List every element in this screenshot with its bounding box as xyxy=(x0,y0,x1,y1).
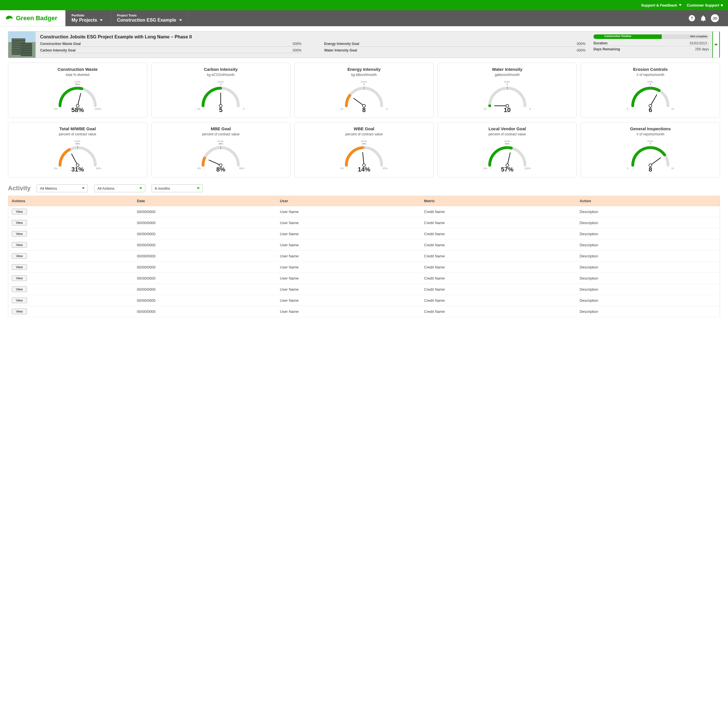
project-toggle-button[interactable] xyxy=(712,32,720,58)
gauge-min: 0% xyxy=(197,167,201,170)
view-button[interactable]: View xyxy=(12,231,27,237)
brand[interactable]: Green Badger xyxy=(0,10,65,26)
help-button[interactable]: ? xyxy=(688,15,696,22)
view-button[interactable]: View xyxy=(12,275,27,281)
navbar: Green Badger Portfolio My Projects Proje… xyxy=(0,10,728,26)
view-button[interactable]: View xyxy=(12,253,27,259)
nav-right: ? JD xyxy=(683,10,728,26)
view-button[interactable]: View xyxy=(12,242,27,248)
table-cell-action: Description xyxy=(576,239,720,251)
table-cell-action: Description xyxy=(576,217,720,229)
table-row: View 00/00/0000 User Name Credit Name De… xyxy=(8,206,720,217)
gauge-max: 30% xyxy=(383,167,388,170)
chevron-down-icon xyxy=(179,19,182,21)
table-cell-actions: View xyxy=(8,229,134,239)
table-cell-user: User Name xyxy=(276,306,421,317)
gauge-min: 0% xyxy=(54,108,58,111)
svg-line-7 xyxy=(354,98,364,106)
gauge-max: 90% xyxy=(96,167,101,170)
table-row: View 00/00/0000 User Name Credit Name De… xyxy=(8,284,720,295)
gauge-max: 100% xyxy=(525,167,531,170)
goal-row: Carbon Intensity Goal000% xyxy=(40,48,301,53)
gauge-card[interactable]: Local Vendor Goal percent of contract va… xyxy=(438,122,577,177)
view-button[interactable]: View xyxy=(12,308,27,314)
gauge-card[interactable]: Erosion Controls # of reports/month GOAL… xyxy=(581,63,720,118)
gauge-card[interactable]: Energy Intensity kg kBtu/sf/month GOAL5 … xyxy=(294,63,434,118)
gauge-subtitle: percent of contract value xyxy=(155,132,287,136)
gauge-card[interactable]: Carbon Intensity kg eCO2/sf/month GOAL5 … xyxy=(151,63,290,118)
goal-row: Water Intensity Goal000% xyxy=(324,48,585,53)
table-cell-user: User Name xyxy=(276,239,421,251)
gauge-card[interactable]: Construction Waste total % diverted GOAL… xyxy=(8,63,147,118)
table-cell-metric: Credit Name xyxy=(421,262,576,273)
gauge-title: Construction Waste xyxy=(11,67,144,72)
gauge-goal: GOAL5 xyxy=(218,81,224,86)
table-row: View 00/00/0000 User Name Credit Name De… xyxy=(8,295,720,306)
view-button[interactable]: View xyxy=(12,286,27,292)
gauge-card[interactable]: WBE Goal percent of contract value GOAL1… xyxy=(294,122,434,177)
gauge-card[interactable]: Total M/WBE Goal percent of contract val… xyxy=(8,122,147,177)
table-cell-action: Description xyxy=(576,273,720,284)
filter-range-select[interactable]: 6 months xyxy=(152,184,203,192)
table-cell-date: 00/00/0000 xyxy=(134,206,277,217)
gauge-title: Total M/WBE Goal xyxy=(11,126,144,131)
gauge-card[interactable]: MBE Goal percent of contract value GOAL3… xyxy=(151,122,290,177)
gauge-goal: GOAL50% xyxy=(75,81,81,86)
gauge-goal: GOAL5 xyxy=(504,81,510,86)
customer-support-link[interactable]: Customer Support xyxy=(687,3,723,7)
portfolio-big-label: My Projects xyxy=(72,18,97,23)
table-cell-user: User Name xyxy=(276,295,421,306)
goal-value: 000% xyxy=(577,48,585,53)
gauge-value: 57% xyxy=(501,166,514,173)
activity-table: ActionsDateUserMetricAction View 00/00/0… xyxy=(8,196,720,317)
project-tools-dropdown[interactable]: Project Tools Construction ESG Example xyxy=(111,10,189,26)
view-button[interactable]: View xyxy=(12,220,27,226)
table-row: View 00/00/0000 User Name Credit Name De… xyxy=(8,251,720,262)
goal-value: 256 days xyxy=(695,47,709,51)
gauge-max: 10 xyxy=(671,108,674,111)
goal-label: Carbon Intensity Goal xyxy=(40,48,76,52)
topbar: Support & Feedback Customer Support xyxy=(0,0,728,10)
gauge-title: Local Vendor Goal xyxy=(441,126,574,131)
table-cell-date: 00/00/0000 xyxy=(134,295,277,306)
gauge-goal: GOAL5 xyxy=(647,140,653,145)
goal-value: 000% xyxy=(293,48,301,52)
gauge-title: Energy Intensity xyxy=(298,67,430,72)
goal-label: Days Remaining xyxy=(594,47,620,51)
gauge-value: 8 xyxy=(362,106,366,114)
table-row: View 00/00/0000 User Name Credit Name De… xyxy=(8,273,720,284)
project-info: Construction Jobsite ESG Project Example… xyxy=(35,32,590,58)
gauge-title: Carbon Intensity xyxy=(155,67,287,72)
gauge-value: 14% xyxy=(358,166,370,173)
goal-row: Duration01/01/2013 - xyxy=(594,41,709,46)
gauge-title: Water Intensity xyxy=(441,67,574,72)
goal-row: Energy Intensity Goal000% xyxy=(324,42,585,47)
gauge-goal: GOAL5 xyxy=(647,81,653,86)
gauge-min: 0% xyxy=(484,167,488,170)
gauge-card[interactable]: General Inspections # of reports/month G… xyxy=(581,122,720,177)
notifications-button[interactable] xyxy=(700,15,707,22)
filter-metrics-select[interactable]: All Metrics xyxy=(37,184,88,192)
goal-row: Construction Waste Goal000% xyxy=(40,42,301,47)
timeline-bar: Construction Timeline 59% complete xyxy=(594,34,709,39)
view-button[interactable]: View xyxy=(12,209,27,214)
filter-actions-select[interactable]: All Actions xyxy=(94,184,145,192)
user-avatar[interactable]: JD xyxy=(711,14,719,22)
gauge-goal: GOAL5 xyxy=(361,81,367,86)
brand-label: Green Badger xyxy=(16,15,57,22)
gauge-title: MBE Goal xyxy=(155,126,287,131)
table-header-cell: Action xyxy=(576,196,720,206)
gauge-subtitle: total % diverted xyxy=(11,73,144,77)
view-button[interactable]: View xyxy=(12,298,27,303)
support-feedback-menu[interactable]: Support & Feedback xyxy=(641,3,681,7)
table-cell-metric: Credit Name xyxy=(421,206,576,217)
help-icon: ? xyxy=(689,15,695,21)
goal-value: 000% xyxy=(577,42,585,46)
gauge-card[interactable]: Water Intensity gallons/sf/month GOAL5 1… xyxy=(438,63,577,118)
gauge-min: 0% xyxy=(54,167,58,170)
goal-label: Energy Intensity Goal xyxy=(324,42,359,46)
view-button[interactable]: View xyxy=(12,264,27,270)
gauge-goal: GOAL45% xyxy=(75,140,81,145)
table-cell-date: 00/00/0000 xyxy=(134,262,277,273)
portfolio-dropdown[interactable]: Portfolio My Projects xyxy=(65,10,111,26)
